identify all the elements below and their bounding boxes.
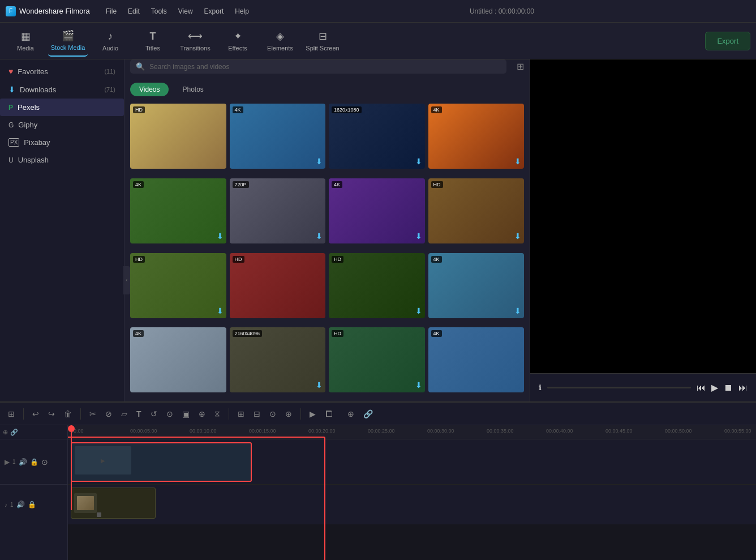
timeline-main[interactable]: 00:00 00:00:05:00 00:00:10:00 00:00:15:0… (68, 425, 756, 560)
video-thumb-5[interactable]: 720P ⬇ (230, 178, 326, 243)
sidebar-item-pexels[interactable]: P Pexels (0, 99, 124, 116)
track-mute-btn[interactable]: 🔊 (19, 458, 27, 466)
tl-speed-btn[interactable]: ⊕ (196, 407, 208, 421)
sidebar-item-pixabay[interactable]: PX Pixabay (0, 134, 124, 151)
tl-timer-btn[interactable]: ⧖ (212, 407, 222, 421)
tl-settings-btn[interactable]: ⧠ (323, 407, 335, 421)
menu-view[interactable]: View (174, 5, 197, 18)
audio-label: Audio (102, 45, 118, 52)
video-clip-block[interactable]: ▶ (71, 442, 252, 482)
video-thumb-2[interactable]: 1620x1080 ⬇ (329, 104, 425, 169)
sidebar-item-favorites[interactable]: ♥ Favorites (11) (0, 62, 124, 80)
track-audio-lock-btn[interactable]: 🔒 (28, 501, 36, 508)
video-badge-3: 4K (431, 106, 442, 113)
video-badge-7: HD (431, 181, 443, 188)
video-badge-13: 2160x4096 (233, 330, 263, 337)
play-pause-btn[interactable]: ▶ (711, 382, 718, 393)
menu-edit[interactable]: Edit (123, 5, 144, 18)
tl-add-track-btn[interactable]: ⊕ (345, 407, 356, 421)
content-tabs: Videos Photos (124, 78, 530, 101)
tl-add-track-icon[interactable]: ⊕ (3, 429, 8, 436)
video-thumb-10[interactable]: HD ⬇ (329, 253, 425, 318)
video-badge-8: HD (133, 256, 145, 263)
search-input[interactable] (149, 63, 501, 71)
menu-help[interactable]: Help (230, 5, 254, 18)
prev-frame-btn[interactable]: ⏮ (697, 383, 706, 393)
tab-photos[interactable]: Photos (173, 83, 212, 96)
tl-text-btn[interactable]: T (134, 407, 144, 421)
menu-export[interactable]: Export (200, 5, 229, 18)
toolbar-transitions[interactable]: ⟷ Transitions (175, 25, 215, 57)
tl-fit-btn[interactable]: ⊙ (267, 407, 278, 421)
track-lock-btn[interactable]: 🔒 (30, 458, 38, 466)
tl-redo-btn[interactable]: ↪ (46, 407, 57, 421)
video-thumb-13[interactable]: 2160x4096 ⬇ (230, 327, 326, 392)
search-row: 🔍 ⊞ (124, 59, 530, 78)
video-thumb-15[interactable]: 4K (428, 327, 525, 392)
menu-file[interactable]: File (101, 5, 121, 18)
audio-clip-handle[interactable] (97, 512, 101, 517)
video-badge-1: 4K (233, 106, 243, 113)
video-thumb-7[interactable]: HD ⬇ (428, 178, 525, 243)
toolbar-elements[interactable]: ◈ Elements (260, 25, 300, 57)
playhead[interactable] (71, 425, 72, 510)
pixabay-icon: PX (8, 138, 19, 147)
media-icon: ▦ (21, 30, 31, 42)
sidebar-item-giphy[interactable]: G Giphy (0, 116, 124, 134)
tl-link-icon[interactable]: 🔗 (10, 429, 18, 436)
track-eye-btn[interactable]: ⊙ (41, 458, 48, 467)
toolbar-effects[interactable]: ✦ Effects (218, 25, 257, 57)
video-thumb-3[interactable]: 4K ⬇ (428, 104, 525, 169)
sidebar-collapse-btn[interactable]: ‹ (123, 266, 130, 294)
tl-delete-btn[interactable]: 🗑 (62, 407, 74, 421)
video-thumb-11[interactable]: 4K ⬇ (428, 253, 525, 318)
tl-zoom-in-btn[interactable]: ⊞ (235, 407, 247, 421)
video-thumb-14[interactable]: HD ⬇ (329, 327, 425, 392)
tl-layout-btn[interactable]: ⊞ (6, 407, 17, 421)
video-thumb-4[interactable]: 4K ⬇ (130, 178, 226, 243)
tab-videos[interactable]: Videos (130, 83, 169, 96)
logo-icon: F (6, 6, 16, 16)
toolbar-media[interactable]: ▦ Media (6, 25, 45, 57)
downloads-icon: ⬇ (8, 85, 15, 94)
info-btn[interactable]: ℹ (539, 383, 542, 392)
toolbar-titles[interactable]: T Titles (133, 25, 173, 57)
video-thumb-0[interactable]: HD (130, 104, 226, 169)
stock-media-label: Stock Media (51, 44, 85, 51)
toolbar-stock-media[interactable]: 🎬 Stock Media (48, 25, 88, 57)
video-thumb-1[interactable]: 4K ⬇ (230, 104, 326, 169)
menu-tools[interactable]: Tools (147, 5, 171, 18)
tl-target-btn[interactable]: ⊙ (164, 407, 175, 421)
export-button[interactable]: Export (705, 32, 750, 50)
track-audio-mute-btn[interactable]: 🔊 (16, 501, 25, 508)
download-icon-7: ⬇ (514, 232, 521, 241)
tl-audio-btn[interactable]: ⊕ (283, 407, 294, 421)
playhead-handle[interactable] (68, 425, 75, 432)
main-area: ♥ Favorites (11) ⬇ Downloads (71) P Pexe… (0, 59, 756, 401)
tl-rotate-btn[interactable]: ↺ (148, 407, 160, 421)
toolbar-audio[interactable]: ♪ Audio (91, 25, 130, 57)
preview-progress[interactable] (547, 387, 691, 388)
video-thumb-9[interactable]: HD (230, 253, 326, 318)
stop-btn[interactable]: ⏹ (724, 383, 733, 393)
download-icon-6: ⬇ (415, 232, 422, 241)
audio-clip-block[interactable] (71, 488, 156, 519)
video-thumb-6[interactable]: 4K ⬇ (329, 178, 425, 243)
video-thumb-12[interactable]: 4K (130, 327, 226, 392)
sidebar-item-downloads[interactable]: ⬇ Downloads (71) (0, 80, 124, 99)
timeline-sidebar: ⊕ 🔗 ▶ 1 🔊 🔒 ⊙ ♪ 1 🔊 🔒 (0, 425, 68, 560)
tl-cam-btn[interactable]: ▶ (307, 407, 318, 421)
tl-link-btn[interactable]: 🔗 (361, 407, 375, 421)
sidebar-item-unsplash[interactable]: U Unsplash (0, 151, 124, 169)
tl-undo-btn[interactable]: ↩ (30, 407, 41, 421)
grid-view-btn[interactable]: ⊞ (517, 61, 524, 72)
next-frame-btn[interactable]: ⏭ (738, 383, 748, 393)
tl-zoom-out-btn[interactable]: ⊟ (251, 407, 263, 421)
tl-cut-btn[interactable]: ✂ (87, 407, 98, 421)
tl-select-btn[interactable]: ⊘ (103, 407, 114, 421)
tl-grid-btn[interactable]: ▣ (180, 407, 192, 421)
video-thumb-8[interactable]: HD ⬇ (130, 253, 226, 318)
toolbar-split-screen[interactable]: ⊟ Split Screen (303, 25, 342, 57)
favorites-count: (11) (104, 68, 115, 75)
tl-crop-btn[interactable]: ▱ (119, 407, 130, 421)
